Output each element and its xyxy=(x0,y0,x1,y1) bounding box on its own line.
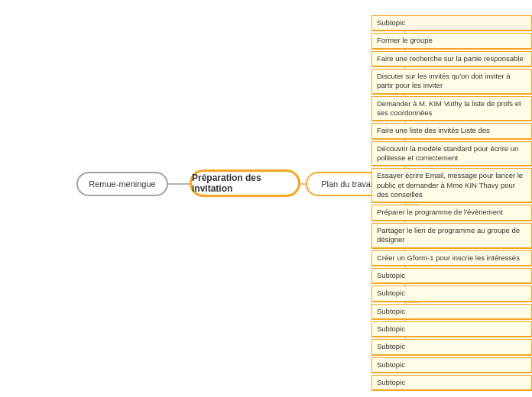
subtopic-box-6[interactable]: Découvrir la modèle standard pour écrire… xyxy=(371,141,532,167)
subtopic-box-2[interactable]: Faire une recherche sur la partie respon… xyxy=(371,51,532,67)
subtopic-box-12[interactable]: Subtopic xyxy=(371,286,532,302)
subtopic-box-13[interactable]: Subtopic xyxy=(371,304,532,320)
subtopic-box-11[interactable]: Subtopic xyxy=(371,268,532,284)
node-left[interactable]: Remue-meningue xyxy=(76,172,168,196)
subtopic-box-9[interactable]: Partager le lien de programme au groupe … xyxy=(371,223,532,249)
subtopic-box-7[interactable]: Essayer écrire Email, message pour lance… xyxy=(371,168,532,203)
subtopic-box-4[interactable]: Demander à M. KIM Vuthy la liste de prof… xyxy=(371,96,532,122)
subtopic-box-5[interactable]: Faire une liste des invités Liste des xyxy=(371,123,532,139)
subtopic-box-16[interactable]: Subtopic xyxy=(371,357,532,373)
node-center-label: Préparation des invitation xyxy=(192,173,298,194)
subtopic-box-8[interactable]: Préparer le programme de l'évènement xyxy=(371,205,532,221)
subtopic-box-0[interactable]: Subtopic xyxy=(371,15,532,31)
subtopic-box-15[interactable]: Subtopic xyxy=(371,339,532,355)
subtopic-box-10[interactable]: Créer un Gform-1 pour inscrie les intére… xyxy=(371,250,532,266)
subtopic-box-1[interactable]: Former le groupe xyxy=(371,33,532,49)
subtopic-box-3[interactable]: Discuter sur les invités qu'on doit invi… xyxy=(371,69,532,95)
node-left-label: Remue-meningue xyxy=(89,179,155,189)
node-right-label: Plan du travail xyxy=(321,179,375,189)
subtopic-box-14[interactable]: Subtopic xyxy=(371,321,532,337)
mindmap-canvas: Remue-meningue Préparation des invitatio… xyxy=(0,0,532,397)
subtopic-box-17[interactable]: Subtopic xyxy=(371,375,532,391)
node-center[interactable]: Préparation des invitation xyxy=(190,169,300,197)
subtopic-list: SubtopicFormer le groupeFaire une recher… xyxy=(371,15,532,392)
